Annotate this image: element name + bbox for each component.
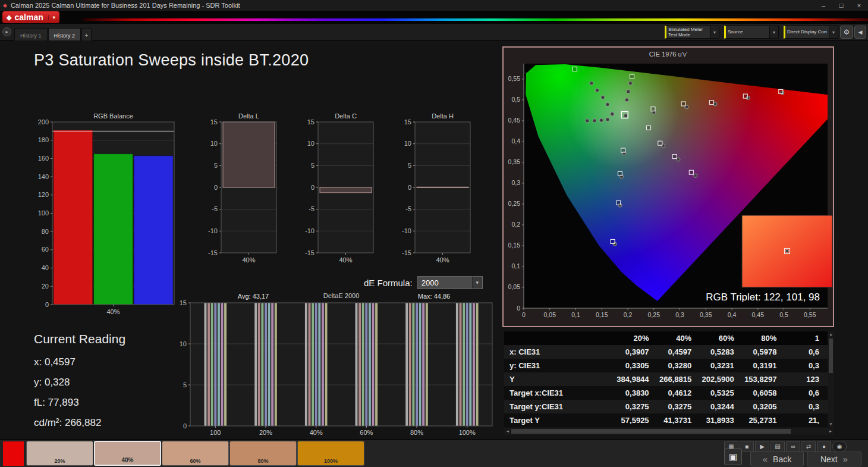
saturation-swatch-80[interactable]: 80%	[229, 441, 297, 466]
table-value-cell: 0,3280	[658, 361, 700, 370]
swatch-label: 40%	[95, 457, 160, 463]
meter-status-icon[interactable]: ◉	[832, 441, 847, 452]
calman-logo-icon: ◆	[7, 14, 11, 21]
saturation-swatch-40[interactable]: 40%	[94, 441, 161, 466]
chart-svg: DeltaE 2000Avg: 43,17Max: 44,86051015100…	[171, 292, 495, 438]
back-button[interactable]: « Back	[750, 452, 804, 466]
tab-history-2[interactable]: History 2	[48, 28, 81, 40]
svg-text:0,5: 0,5	[511, 96, 520, 103]
app-icon: ◆	[3, 2, 7, 8]
table-value-cell: 0,4612	[658, 388, 700, 397]
svg-text:0: 0	[183, 422, 187, 430]
reading-line: cd/m²: 266,882	[34, 413, 125, 433]
table-vertical-scrollbar[interactable]: ▲ ▼	[828, 331, 834, 427]
de-formula-row: dE Formula: 2000 ▼	[364, 276, 483, 289]
delta-e-2000-chart: DeltaE 2000Avg: 43,17Max: 44,86051015100…	[171, 292, 495, 440]
svg-text:0,35: 0,35	[508, 158, 521, 165]
table-horizontal-scrollbar[interactable]: ◄ ►	[504, 428, 834, 435]
svg-text:-10: -10	[208, 227, 218, 234]
record-icon[interactable]: ●	[817, 441, 831, 452]
back-label: Back	[773, 455, 791, 464]
calman-logo[interactable]: ◆ calman ▾	[2, 11, 59, 23]
gear-icon[interactable]: ⚙	[840, 26, 853, 39]
svg-text:80: 80	[42, 228, 49, 235]
table-value-cell: 0,3191	[743, 361, 785, 370]
scroll-down-icon[interactable]: ▼	[829, 421, 833, 427]
scroll-thumb[interactable]	[511, 429, 791, 434]
table-value-cell: 0,3275	[658, 402, 700, 411]
svg-text:100: 100	[210, 429, 221, 436]
scroll-right-icon[interactable]: ►	[827, 430, 834, 433]
window-title: Calman 2025 Calman Ultimate for Business…	[11, 2, 240, 9]
simulated-meter-dropdown[interactable]: Simulated MeterTest Mode▼	[665, 26, 719, 39]
rgb-balance-chart: RGB Balance02040608010012014016018020040…	[33, 112, 176, 319]
svg-text:0,3: 0,3	[511, 179, 520, 186]
cie-diagram-panel: 00,050,10,150,20,250,30,350,40,450,50,55…	[502, 46, 834, 327]
patch-window-button[interactable]: ▣	[724, 449, 742, 465]
svg-text:-5: -5	[309, 205, 315, 212]
maximize-button[interactable]: □	[832, 0, 850, 11]
svg-text:-10: -10	[305, 227, 315, 234]
table-value-cell: 0,3205	[743, 402, 785, 411]
sync-icon[interactable]: ⇄	[801, 441, 816, 452]
scroll-up-icon[interactable]: ▲	[829, 331, 833, 337]
caret-down-icon[interactable]: ▼	[710, 26, 719, 38]
table-value-cell: 0,4597	[658, 347, 700, 356]
close-button[interactable]: ×	[850, 0, 868, 11]
collapse-panel-icon[interactable]: ◀	[854, 26, 866, 39]
svg-text:0: 0	[522, 311, 526, 318]
cie-diagram-title: CIE 1976 u'v'	[504, 51, 833, 58]
table-value-cell: 153,8297	[743, 375, 785, 384]
play-icon[interactable]: ▶	[755, 441, 769, 452]
svg-text:0,4: 0,4	[728, 311, 737, 318]
tab-history-1[interactable]: History 1	[14, 28, 48, 40]
cie-diagram: 00,050,10,150,20,250,30,350,40,450,50,55…	[504, 48, 833, 328]
svg-text:Avg: 43,17: Avg: 43,17	[238, 293, 269, 300]
logo-menu-caret-icon[interactable]: ▾	[48, 15, 55, 20]
swatch-label: 60%	[162, 458, 228, 464]
chart-svg: Delta H-15-10-505101540%	[395, 112, 473, 268]
table-value-cell: 21,	[785, 416, 828, 425]
delta-h-chart: Delta H-15-10-505101540%	[395, 112, 473, 270]
add-tab-button[interactable]: +	[81, 28, 92, 40]
current-patch-swatch	[3, 441, 24, 466]
table-header-cell: 40%	[658, 334, 700, 343]
table-header-cell: 1	[785, 334, 828, 343]
svg-text:0: 0	[45, 301, 49, 308]
caret-down-icon[interactable]: ▼	[472, 277, 482, 289]
save-icon[interactable]: ▤	[770, 441, 785, 452]
svg-text:RGB Balance: RGB Balance	[93, 112, 133, 120]
saturation-swatch-20[interactable]: 20%	[26, 441, 93, 466]
caret-down-icon[interactable]: ▼	[769, 26, 778, 38]
page-title: P3 Saturation Sweeps inside BT.2020	[34, 51, 309, 70]
reading-line: y: 0,328	[34, 372, 125, 393]
direct-display-control-dropdown[interactable]: Direct Display Control▼	[784, 26, 838, 39]
minimize-button[interactable]: –	[814, 0, 832, 11]
svg-text:80%: 80%	[410, 429, 423, 436]
tab-scroll-button[interactable]: ▸	[2, 27, 11, 36]
de-formula-dropdown[interactable]: 2000 ▼	[417, 276, 483, 289]
svg-text:40: 40	[42, 264, 49, 271]
saturation-swatch-60[interactable]: 60%	[162, 441, 229, 466]
continuous-measure-icon[interactable]: ∞	[786, 441, 800, 452]
scroll-left-icon[interactable]: ◄	[504, 430, 511, 433]
svg-text:0,05: 0,05	[508, 283, 521, 290]
table-row: Target x:CIE310,38300,46120,53250,60580,…	[504, 386, 828, 400]
history-tabs: History 1History 2+	[14, 28, 92, 40]
svg-text:40%: 40%	[339, 256, 352, 264]
next-button[interactable]: Next »	[807, 452, 861, 466]
svg-text:0,2: 0,2	[624, 311, 633, 318]
svg-text:0,25: 0,25	[508, 200, 521, 207]
saturation-swatch-100[interactable]: 100%	[297, 441, 364, 466]
svg-text:DeltaE 2000: DeltaE 2000	[323, 292, 360, 299]
svg-text:0,2: 0,2	[511, 221, 520, 228]
source-dropdown[interactable]: Source▼	[724, 26, 779, 39]
back-chevron-icon: «	[763, 454, 768, 464]
scroll-thumb[interactable]	[829, 339, 833, 373]
caret-down-icon[interactable]: ▼	[829, 26, 838, 38]
bottom-toolbar: ▦■▶▤∞⇄●◉	[724, 441, 847, 452]
svg-text:20: 20	[42, 283, 49, 290]
svg-text:5: 5	[311, 162, 315, 169]
table-value-cell: 41,3731	[658, 416, 700, 425]
table-header-cell: 20%	[615, 334, 658, 343]
